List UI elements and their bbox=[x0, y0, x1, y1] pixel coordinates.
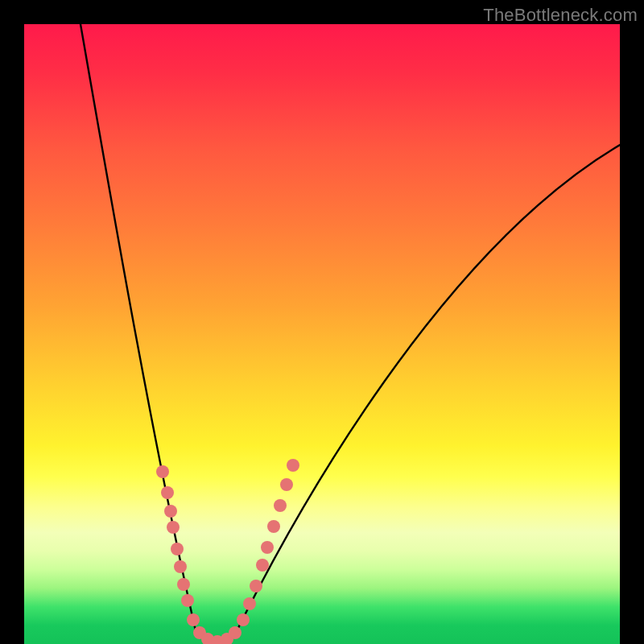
marker-dot bbox=[267, 520, 280, 533]
chart-frame bbox=[24, 24, 620, 644]
watermark-text: TheBottleneck.com bbox=[483, 5, 638, 26]
chart-svg bbox=[24, 24, 620, 644]
marker-dot bbox=[156, 465, 169, 478]
marker-dot bbox=[256, 559, 269, 572]
marker-dot bbox=[187, 613, 200, 626]
marker-dot bbox=[161, 486, 174, 499]
marker-dot bbox=[280, 478, 293, 491]
marker-dot bbox=[174, 560, 187, 573]
marker-dot bbox=[274, 499, 287, 512]
bottleneck-curve bbox=[80, 24, 620, 642]
marker-dot bbox=[181, 594, 194, 607]
marker-dot bbox=[250, 580, 262, 592]
marker-dot bbox=[171, 543, 184, 555]
marker-dot bbox=[177, 578, 190, 591]
marker-dot bbox=[164, 505, 177, 518]
marker-dot bbox=[167, 521, 180, 534]
marker-dot bbox=[287, 459, 299, 472]
marker-dot bbox=[229, 626, 242, 639]
marker-dot bbox=[237, 613, 250, 626]
marker-dot bbox=[261, 541, 274, 554]
marker-dot bbox=[243, 597, 256, 610]
